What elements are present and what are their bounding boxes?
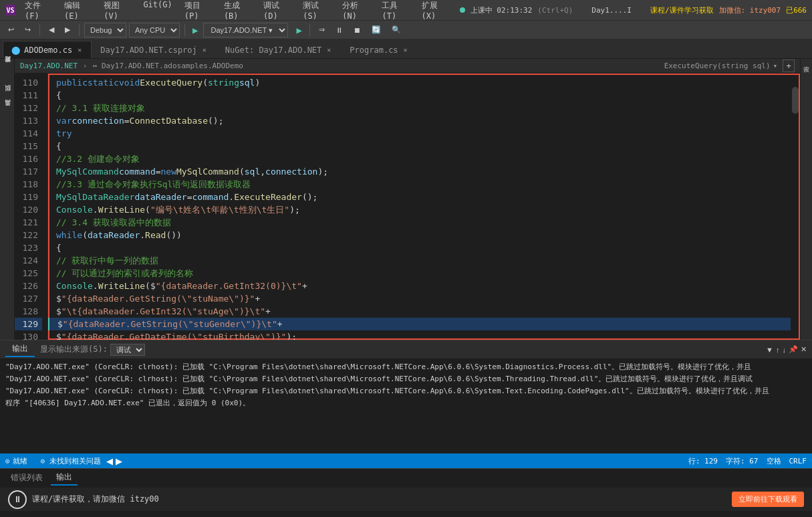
menu-extensions[interactable]: 扩展(X)	[416, 0, 454, 22]
code-line-112[interactable]: // 3.1 获取连接对象	[48, 102, 791, 114]
error-tabs: 错误列表 输出	[5, 470, 78, 486]
status-left: ⊙ 就绪	[5, 456, 27, 466]
line-number-113: 113	[15, 114, 42, 127]
tab-adodemo-close[interactable]: ✕	[76, 45, 83, 54]
tab-nuget-close[interactable]: ✕	[325, 45, 332, 54]
code-line-114[interactable]: try	[48, 127, 791, 140]
tab-csproj[interactable]: Day17.ADO.NET.csproj ✕	[92, 41, 217, 58]
sidebar-icon-3[interactable]: 工具箱	[1, 104, 13, 116]
output-close-button[interactable]: ✕	[801, 345, 807, 354]
pause-icon: ⏸	[13, 494, 22, 504]
status-next-button[interactable]: ▶	[116, 456, 122, 466]
menu-view[interactable]: 视图(V)	[98, 0, 136, 22]
status-line[interactable]: 行: 129	[688, 456, 718, 466]
output-header: 输出 显示输出来源(S): 调试 ▼ ↑ ↓ 📌 ✕	[0, 340, 812, 359]
breadcrumb-method: ↔ Day17.ADO.NET.adosamples.ADODemo	[93, 62, 243, 70]
menu-build[interactable]: 生成(B)	[219, 0, 257, 22]
method-selector[interactable]: ExecuteQuery(string sql) ▾ +	[664, 60, 795, 72]
nav-fwd-button[interactable]: ▶	[61, 24, 74, 35]
window-title: Day1....I	[591, 6, 632, 15]
line-number-116: 116	[15, 152, 42, 165]
line-number-115: 115	[15, 140, 42, 152]
project-dropdown[interactable]: Day17.ADO.NET ▾	[203, 23, 288, 37]
session-status: 上课中 02:13:32	[470, 5, 533, 15]
code-line-120[interactable]: Console.WriteLine("编号\t姓名\t年龄\t性别\t生日");	[48, 203, 791, 216]
output-panel: 输出 显示输出来源(S): 调试 ▼ ↑ ↓ 📌 ✕ "Day17.ADO.NE…	[0, 340, 812, 453]
code-line-130[interactable]: $"{dataReader.GetDateTime(\"stuBirthday\…	[48, 330, 791, 340]
code-line-125[interactable]: // 可以通过列的索引或者列的名称	[48, 267, 791, 280]
status-no-issues[interactable]: ⊙ 未找到相关问题	[41, 456, 101, 466]
menu-project[interactable]: 项目(P)	[179, 0, 217, 22]
notification-text: 课程/课件获取，请加微信 itzy00	[32, 494, 159, 504]
output-scroll-down[interactable]: ↓	[783, 345, 787, 354]
output-clear-button[interactable]: ▼	[766, 345, 773, 354]
add-line-button[interactable]: +	[783, 60, 795, 72]
code-line-113[interactable]: var connection = ConnectDatabase();	[48, 114, 791, 127]
menu-git[interactable]: Git(G)	[138, 0, 177, 22]
nav-back-button[interactable]: ◀	[45, 24, 58, 35]
output-line-3: 程序 "[40636] Day17.ADO.NET.exe" 已退出，返回值为 …	[5, 398, 807, 409]
line-number-128: 128	[15, 305, 42, 318]
toolbar-btn-extra2[interactable]: ⏸	[331, 25, 347, 35]
code-line-115[interactable]: {	[48, 140, 791, 152]
code-line-128[interactable]: $"\t{dataReader.GetInt32(\"stuAge\")}\t"…	[48, 305, 791, 318]
line-number-111: 111	[15, 89, 42, 102]
output-source-dropdown[interactable]: 调试	[110, 344, 145, 356]
line-number-118: 118	[15, 178, 42, 191]
menu-analyze[interactable]: 分析(N)	[337, 0, 375, 22]
status-spaces[interactable]: 空格	[767, 456, 781, 466]
code-line-119[interactable]: MySqlDataReader dataReader = command.Exe…	[48, 191, 791, 203]
download-button[interactable]: 立即前往下载观看	[732, 492, 804, 507]
toolbar-btn-extra1[interactable]: ⇒	[315, 24, 329, 35]
tab-program-close[interactable]: ✕	[402, 45, 409, 54]
code-line-124[interactable]: // 获取行中每一列的数据	[48, 254, 791, 267]
pause-button[interactable]: ⏸	[8, 490, 27, 509]
status-crlf[interactable]: CRLF	[789, 457, 807, 466]
output-pin-button[interactable]: 📌	[789, 345, 798, 354]
config-dropdown[interactable]: Debug	[84, 23, 126, 37]
menu-test[interactable]: 测试(S)	[297, 0, 335, 22]
status-prev-button[interactable]: ◀	[106, 456, 113, 466]
tab-program[interactable]: Program.cs ✕	[341, 41, 417, 58]
vertical-scrollbar[interactable]	[791, 74, 800, 340]
start-debug-button[interactable]: ▶	[293, 25, 304, 35]
code-line-127[interactable]: $"{dataReader.GetString(\"stuName\")}" +	[48, 292, 791, 305]
code-line-110[interactable]: public static void ExecuteQuery(string s…	[48, 76, 791, 89]
code-content[interactable]: public static void ExecuteQuery(string s…	[48, 74, 791, 340]
code-line-129[interactable]: $"{dataReader.GetString(\"stuGender\")}\…	[48, 318, 791, 330]
output-error-tab[interactable]: 输出	[51, 470, 78, 486]
output-scroll-up[interactable]: ↑	[776, 345, 780, 354]
no-issues-text: ⊙ 未找到相关问题	[41, 456, 101, 466]
menu-file[interactable]: 文件(F)	[19, 0, 57, 22]
line-number-123: 123	[15, 241, 42, 254]
code-line-118[interactable]: //3.3 通过命令对象执行Sql语句返回数据读取器	[48, 178, 791, 191]
code-line-116[interactable]: //3.2 创建命令对象	[48, 152, 791, 165]
code-line-122[interactable]: while (dataReader.Read())	[48, 229, 791, 241]
redo-button[interactable]: ↪	[21, 24, 35, 35]
code-line-117[interactable]: MySqlCommand command = new MySqlCommand(…	[48, 165, 791, 178]
run-button[interactable]: ▶	[190, 25, 200, 35]
code-line-126[interactable]: Console.WriteLine($"{dataReader.GetInt32…	[48, 280, 791, 292]
code-line-121[interactable]: // 3.4 获取读取器中的数据	[48, 216, 791, 229]
tab-nuget[interactable]: NuGet: Day17.ADO.NET ✕	[217, 41, 342, 58]
tab-adodemo[interactable]: ⬤ ADODemo.cs ✕	[3, 41, 92, 58]
menu-edit[interactable]: 编辑(E)	[59, 0, 97, 22]
line-number-119: 119	[15, 191, 42, 203]
code-line-111[interactable]: {	[48, 89, 791, 102]
menu-tools[interactable]: 工具(T)	[376, 0, 414, 22]
status-char[interactable]: 字符: 67	[726, 456, 759, 466]
tab-csproj-close[interactable]: ✕	[201, 45, 208, 54]
menu-debug[interactable]: 调试(D)	[258, 0, 296, 22]
sidebar-icon-2[interactable]: 团队	[1, 90, 13, 102]
search-button[interactable]: 🔍	[388, 24, 405, 35]
scrollbar-thumb[interactable]	[792, 87, 799, 114]
output-tab-output[interactable]: 输出	[5, 342, 35, 357]
error-list-tab[interactable]: 错误列表	[5, 470, 48, 486]
toolbar-btn-extra3[interactable]: ⏹	[350, 25, 365, 35]
toolbar-btn-extra4[interactable]: 🔄	[368, 24, 385, 35]
platform-dropdown[interactable]: Any CPU	[129, 23, 180, 37]
sidebar-icon-1[interactable]: 解决方案	[1, 62, 13, 74]
code-line-123[interactable]: {	[48, 241, 791, 254]
left-sidebar: 解决方案 团队 工具箱	[0, 59, 15, 340]
undo-button[interactable]: ↩	[4, 24, 18, 35]
